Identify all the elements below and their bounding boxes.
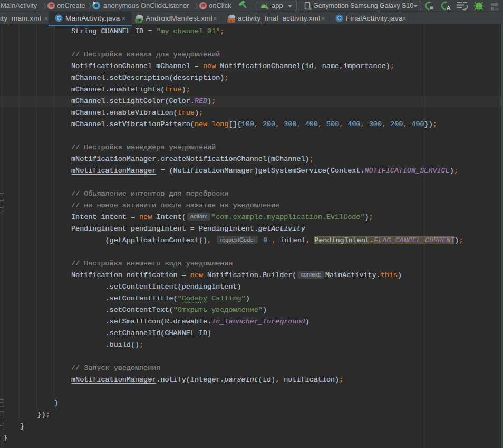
svg-text:A: A [447,5,451,11]
svg-text:C: C [337,15,341,21]
svg-text:C: C [57,15,61,21]
svg-text:<x>: <x> [228,18,235,23]
svg-text:MF: MF [136,18,142,22]
